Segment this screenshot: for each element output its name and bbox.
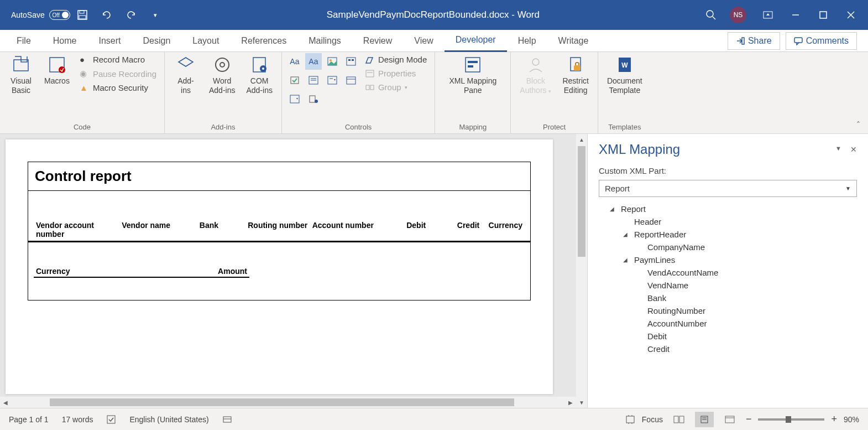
zoom-slider[interactable] bbox=[758, 418, 824, 421]
tree-node-header[interactable]: Header bbox=[599, 215, 857, 228]
redo-icon[interactable] bbox=[120, 4, 142, 26]
com-addins-button[interactable]: COM Add-ins bbox=[242, 53, 276, 97]
legacy-tools-icon[interactable] bbox=[305, 91, 322, 107]
tree-node-vend-name[interactable]: VendName bbox=[599, 279, 857, 292]
controls-grid: Aa Aa bbox=[286, 53, 359, 107]
spell-check-icon[interactable] bbox=[106, 415, 116, 424]
share-button[interactable]: Share bbox=[728, 32, 780, 50]
zoom-level[interactable]: 90% bbox=[844, 415, 859, 424]
design-mode-button[interactable]: Design Mode bbox=[362, 53, 430, 66]
document-template-button[interactable]: W Document Template bbox=[603, 53, 647, 97]
repeating-section-control-icon[interactable] bbox=[286, 91, 303, 107]
tree-node-company-name[interactable]: CompanyName bbox=[599, 241, 857, 253]
tab-developer[interactable]: Developer bbox=[445, 30, 507, 52]
status-language[interactable]: English (United States) bbox=[129, 415, 208, 424]
tree-node-routing-number[interactable]: RoutingNumber bbox=[599, 304, 857, 317]
record-macro-label: Record Macro bbox=[93, 55, 145, 64]
print-layout-icon[interactable] bbox=[695, 412, 714, 427]
ribbon-display-icon[interactable] bbox=[755, 6, 781, 24]
tree-node-paym-lines[interactable]: ◢PaymLines bbox=[599, 253, 857, 266]
svg-rect-30 bbox=[328, 76, 337, 84]
document-page[interactable]: Control report Vendor account number Ven… bbox=[6, 139, 553, 394]
share-icon bbox=[736, 37, 745, 45]
tab-help[interactable]: Help bbox=[507, 30, 547, 52]
tree-node-credit[interactable]: Credit bbox=[599, 343, 857, 355]
date-picker-control-icon[interactable] bbox=[343, 72, 359, 89]
xml-part-select[interactable]: Report ▼ bbox=[599, 180, 857, 197]
horizontal-scrollbar[interactable]: ◀ ▶ bbox=[0, 397, 576, 408]
scroll-down-icon[interactable]: ▼ bbox=[576, 397, 587, 408]
tree-node-account-number[interactable]: AccountNumber bbox=[599, 317, 857, 330]
search-icon[interactable] bbox=[700, 4, 722, 26]
close-icon[interactable] bbox=[838, 6, 864, 24]
word-addins-button[interactable]: Word Add-ins bbox=[205, 53, 239, 97]
tab-design[interactable]: Design bbox=[132, 30, 181, 52]
building-block-control-icon[interactable] bbox=[343, 53, 359, 70]
tab-insert[interactable]: Insert bbox=[87, 30, 132, 52]
addins-button[interactable]: Add- ins bbox=[169, 53, 202, 97]
checkbox-control-icon[interactable] bbox=[286, 72, 303, 89]
focus-icon[interactable] bbox=[625, 415, 635, 424]
accessibility-icon[interactable] bbox=[222, 415, 232, 424]
collapse-ribbon-icon[interactable]: ˄ bbox=[849, 116, 868, 133]
tab-view[interactable]: View bbox=[403, 30, 444, 52]
restrict-editing-button[interactable]: Restrict Editing bbox=[558, 53, 593, 97]
tree-node-report-header[interactable]: ◢ReportHeader bbox=[599, 228, 857, 241]
status-page[interactable]: Page 1 of 1 bbox=[9, 415, 49, 424]
tree-node-debit[interactable]: Debit bbox=[599, 330, 857, 343]
xml-part-selected: Report bbox=[605, 184, 630, 193]
user-avatar[interactable]: NS bbox=[730, 7, 746, 23]
toggle-switch[interactable]: Off bbox=[49, 10, 70, 20]
svg-rect-53 bbox=[674, 416, 678, 423]
comments-label: Comments bbox=[806, 36, 849, 46]
scroll-left-icon[interactable]: ◀ bbox=[0, 397, 11, 408]
visual-basic-button[interactable]: Visual Basic bbox=[4, 53, 38, 97]
tree-node-report[interactable]: ◢Report bbox=[599, 203, 857, 215]
toggle-state: Off bbox=[53, 12, 60, 18]
svg-rect-32 bbox=[347, 77, 355, 84]
combobox-control-icon[interactable] bbox=[305, 72, 322, 89]
tab-file[interactable]: File bbox=[6, 30, 42, 52]
record-macro-button[interactable]: ● Record Macro bbox=[76, 53, 160, 66]
zoom-knob[interactable] bbox=[786, 416, 791, 423]
macro-security-button[interactable]: ▲ Macro Security bbox=[76, 81, 160, 94]
scroll-thumb-h[interactable] bbox=[50, 398, 514, 406]
web-layout-icon[interactable] bbox=[720, 412, 739, 427]
panel-close-icon[interactable]: ✕ bbox=[850, 145, 857, 154]
save-icon[interactable] bbox=[71, 4, 93, 26]
status-focus-label[interactable]: Focus bbox=[642, 415, 663, 424]
scroll-thumb-v[interactable] bbox=[578, 146, 585, 257]
maximize-icon[interactable] bbox=[811, 6, 836, 24]
status-words[interactable]: 17 words bbox=[62, 415, 93, 424]
panel-options-icon[interactable]: ▼ bbox=[835, 145, 841, 154]
tab-home[interactable]: Home bbox=[42, 30, 88, 52]
autosave-toggle[interactable]: AutoSave Off bbox=[11, 10, 70, 20]
scroll-right-icon[interactable]: ▶ bbox=[565, 397, 576, 408]
share-label: Share bbox=[748, 36, 772, 46]
dropdown-control-icon[interactable] bbox=[324, 72, 341, 89]
macros-button[interactable]: Macros bbox=[40, 53, 74, 88]
vertical-scrollbar[interactable]: ▲ ▼ bbox=[576, 134, 587, 408]
xml-mapping-pane-button[interactable]: XML Mapping Pane bbox=[440, 53, 506, 97]
pause-icon: ◉ bbox=[80, 69, 90, 79]
tab-writage[interactable]: Writage bbox=[547, 30, 600, 52]
minimize-icon[interactable] bbox=[783, 6, 808, 24]
customize-qat-icon[interactable]: ▾ bbox=[144, 4, 166, 26]
picture-control-icon[interactable] bbox=[324, 53, 341, 70]
tab-layout[interactable]: Layout bbox=[181, 30, 230, 52]
read-mode-icon[interactable] bbox=[670, 412, 688, 427]
rich-text-control-icon[interactable]: Aa bbox=[286, 53, 303, 70]
scroll-up-icon[interactable]: ▲ bbox=[576, 134, 587, 145]
tab-review[interactable]: Review bbox=[352, 30, 403, 52]
restrict-editing-label: Restrict Editing bbox=[562, 76, 588, 95]
undo-icon[interactable] bbox=[96, 4, 118, 26]
zoom-out-icon[interactable]: − bbox=[746, 413, 752, 425]
comments-button[interactable]: Comments bbox=[786, 32, 857, 50]
tab-references[interactable]: References bbox=[230, 30, 297, 52]
tab-mailings[interactable]: Mailings bbox=[297, 30, 352, 52]
plain-text-control-icon[interactable]: Aa bbox=[305, 53, 322, 70]
zoom-in-icon[interactable]: + bbox=[831, 413, 837, 425]
tree-node-vend-account-name[interactable]: VendAccountName bbox=[599, 266, 857, 279]
pause-recording-button: ◉ Pause Recording bbox=[76, 67, 160, 80]
tree-node-bank[interactable]: Bank bbox=[599, 292, 857, 304]
